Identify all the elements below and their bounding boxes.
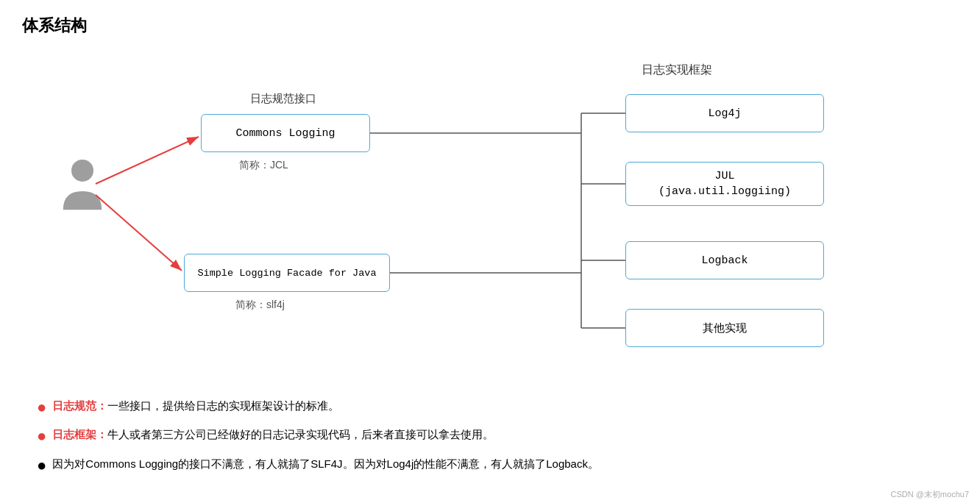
bullet-body-1: 一些接口，提供给日志的实现框架设计的标准。 <box>107 399 339 412</box>
svg-line-2 <box>96 137 199 184</box>
bullet-dot-1: ● <box>37 398 46 417</box>
label-slf4j-abbr: 简称：slf4j <box>235 299 285 312</box>
bottom-section: ● 日志规范：一些接口，提供给日志的实现框架设计的标准。 ● 日志框架：牛人或者… <box>22 390 958 491</box>
bullet-body-2: 牛人或者第三方公司已经做好的日志记录实现代码，后来者直接可以拿去使用。 <box>107 428 494 440</box>
bullet-highlight-1: 日志规范： <box>52 399 107 412</box>
person-icon <box>59 158 107 213</box>
box-other: 其他实现 <box>625 309 824 347</box>
jul-text: JUL(java.util.loggiing) <box>658 168 791 199</box>
box-slf4j: Simple Logging Facade for Java <box>184 254 390 292</box>
box-commons-logging: Commons Logging <box>201 114 370 152</box>
label-jcl-abbr: 简称：JCL <box>239 159 288 172</box>
watermark: CSDN @末初mochu7 <box>890 489 969 500</box>
box-jul: JUL(java.util.loggiing) <box>625 162 824 206</box>
bullet-highlight-2: 日志框架： <box>52 428 107 440</box>
bullet-text-1: 日志规范：一些接口，提供给日志的实现框架设计的标准。 <box>52 397 339 415</box>
bullet-item-1: ● 日志规范：一些接口，提供给日志的实现框架设计的标准。 <box>37 397 943 417</box>
bullet-item-2: ● 日志框架：牛人或者第三方公司已经做好的日志记录实现代码，后来者直接可以拿去使… <box>37 426 943 446</box>
bullet-text-2: 日志框架：牛人或者第三方公司已经做好的日志记录实现代码，后来者直接可以拿去使用。 <box>52 426 494 443</box>
bullet-text-3: 因为对Commons Logging的接口不满意，有人就搞了SLF4J。因为对L… <box>52 455 599 473</box>
svg-line-3 <box>96 195 182 271</box>
page-title: 体系结构 <box>22 15 958 37</box>
bullet-dot-2: ● <box>37 427 46 446</box>
bullet-item-3: ● 因为对Commons Logging的接口不满意，有人就搞了SLF4J。因为… <box>37 455 943 475</box>
page-container: 体系结构 日志规范接口 日志实现框架 Commons Logging 简称：JC… <box>0 0 980 503</box>
bullet-dot-3: ● <box>37 456 46 475</box>
diagram-area: 日志规范接口 日志实现框架 Commons Logging 简称：JCL Sim… <box>22 44 958 382</box>
svg-point-0 <box>71 160 93 182</box>
label-framework-section: 日志实现框架 <box>552 63 802 78</box>
box-log4j: Log4j <box>625 94 824 132</box>
label-jcl-section: 日志规范接口 <box>199 92 368 106</box>
box-logback: Logback <box>625 241 824 279</box>
